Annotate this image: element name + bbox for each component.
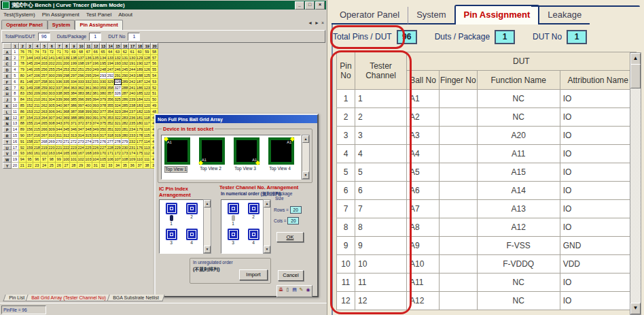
dialog-titlebar[interactable]: Non Full Pins Ball Grid Array [156, 115, 317, 123]
scroll-up-icon[interactable]: ▲ [630, 53, 641, 65]
grid-cell[interactable]: 35 [122, 163, 129, 169]
grid-cell[interactable]: 104 [92, 156, 100, 163]
grid-cell[interactable]: 198 [77, 61, 85, 67]
grid-cell[interactable]: 230 [122, 145, 129, 151]
cell-function-name[interactable]: A15 [477, 163, 560, 182]
grid-cell[interactable]: 137 [77, 55, 85, 61]
grid-cell[interactable]: 74 [33, 49, 41, 55]
cell-tester-channel[interactable]: 3 [355, 127, 407, 145]
grid-cell[interactable]: 299 [56, 73, 63, 79]
grid-cell[interactable]: 225 [85, 145, 92, 151]
grid-cell[interactable]: 181 [137, 115, 144, 121]
pin-index-chip[interactable]: 1 [161, 203, 181, 227]
tab-operator-panel[interactable]: Operator Panel [332, 7, 408, 24]
grid-cell[interactable]: 215 [33, 127, 41, 133]
grid-cell[interactable]: 386 [70, 103, 77, 109]
cell-attribution-name[interactable]: VDD [560, 255, 636, 273]
grid-cell[interactable]: 127 [143, 61, 151, 67]
grid-cell[interactable]: 266 [41, 127, 48, 133]
grid-cell[interactable]: 123 [143, 85, 151, 91]
grid-cell[interactable]: 361 [85, 85, 92, 91]
grid-cell[interactable]: 381 [92, 90, 100, 97]
tab-close-icon[interactable]: × [321, 20, 324, 25]
grid-cell[interactable]: 195 [100, 61, 107, 67]
cell-pin-no[interactable]: 3 [337, 127, 355, 145]
menu-item-test-system-[interactable]: Test(System) [3, 12, 35, 18]
grid-cell[interactable]: 68 [77, 49, 85, 55]
rows-input[interactable]: 20 [290, 206, 302, 214]
grid-cell[interactable]: 332 [85, 79, 92, 85]
pin-index-chip[interactable]: 2 [243, 203, 264, 220]
grid-cell[interactable]: 231 [129, 145, 137, 151]
grid-cell[interactable]: 274 [85, 139, 92, 145]
grid-cell[interactable]: 280 [122, 133, 129, 139]
grid-cell[interactable]: 199 [70, 61, 77, 67]
grid-cell[interactable]: 200 [63, 61, 71, 67]
grid-cell[interactable]: 139 [63, 55, 71, 61]
grid-cell[interactable]: 12 [12, 115, 19, 121]
grid-cell[interactable]: 288 [122, 85, 129, 91]
grid-cell[interactable]: 79 [19, 67, 26, 73]
grid-cell[interactable]: 352 [107, 120, 114, 127]
grid-cell[interactable]: 340 [56, 103, 63, 109]
grid-cell[interactable]: 169 [92, 150, 100, 156]
grid-cell[interactable]: 398 [77, 109, 85, 115]
grid-cell[interactable]: 26 [56, 163, 63, 169]
grid-cell[interactable]: 222 [63, 145, 71, 151]
grid-cell[interactable]: 234 [129, 127, 137, 133]
grid-cell[interactable]: 144 [26, 55, 34, 61]
cell-ball-no[interactable]: A11 [407, 273, 440, 292]
grid-cell[interactable]: 319 [114, 133, 122, 139]
grid-cell[interactable]: 84 [19, 97, 26, 103]
menu-item-test-panel[interactable]: Test Panel [86, 12, 111, 18]
cell-pin-no[interactable]: 2 [337, 108, 355, 127]
grid-cell[interactable]: 364 [63, 85, 71, 91]
cell-finger-no[interactable] [440, 237, 478, 255]
scrollbar-thumb[interactable] [630, 64, 641, 88]
grid-cell[interactable]: 212 [33, 109, 41, 115]
grid-cell[interactable]: 240 [129, 90, 137, 97]
grid-cell[interactable]: 392 [92, 109, 100, 115]
grid-cell[interactable]: 91 [19, 139, 26, 145]
grid-cell[interactable]: 161 [33, 150, 41, 156]
grid-cell[interactable]: 311 [56, 133, 63, 139]
top-view-thumbnail[interactable]: A1Top View 3 [234, 137, 257, 179]
pin-index-chip[interactable]: 4 [181, 229, 202, 246]
grid-cell[interactable]: 75 [26, 49, 34, 55]
cell-finger-no[interactable] [440, 90, 478, 108]
grid-cell[interactable]: 89 [19, 127, 26, 133]
grid-cell[interactable]: 268 [41, 139, 48, 145]
grid-cell[interactable]: 94 [19, 156, 26, 163]
scroll-up-icon[interactable]: ▲ [264, 200, 270, 208]
grid-cell[interactable]: 51 [151, 90, 158, 97]
grid-cell[interactable]: 307 [48, 115, 56, 121]
grid-cell[interactable]: 323 [114, 109, 122, 115]
scroll-up-icon[interactable]: ▲ [302, 135, 309, 143]
grid-cell[interactable]: 374 [92, 120, 100, 127]
top-view-label[interactable]: Top View 1 [164, 166, 187, 173]
grid-cell[interactable]: 333 [77, 79, 85, 85]
tab-scroll-right-icon[interactable]: ► [315, 20, 319, 25]
scroll-down-icon[interactable]: ▼ [302, 171, 309, 179]
menu-item-about[interactable]: About [118, 12, 132, 18]
grid-cell[interactable]: 377 [100, 109, 107, 115]
grid-cell[interactable]: 147 [26, 73, 34, 79]
grid-cell[interactable]: 18 [12, 150, 19, 156]
import-button[interactable]: Import [239, 269, 268, 280]
grid-cell[interactable]: 11 [12, 109, 19, 115]
grid-cell[interactable]: 372 [77, 120, 85, 127]
grid-cell[interactable]: 330 [100, 79, 107, 85]
grid-cell[interactable]: 365 [63, 90, 71, 97]
grid-cell[interactable]: 152 [26, 103, 34, 109]
grid-cell[interactable]: 119 [143, 109, 151, 115]
grid-cell[interactable]: 27 [63, 163, 71, 169]
grid-cell[interactable]: 328 [114, 79, 122, 85]
cell-pin-no[interactable]: 9 [337, 237, 355, 255]
grid-cell[interactable]: 125 [143, 73, 151, 79]
grid-cell[interactable]: 384 [70, 90, 77, 97]
grid-cell[interactable]: 355 [107, 103, 114, 109]
grid-cell[interactable]: 343 [56, 120, 63, 127]
cell-attribution-name[interactable]: IO [560, 108, 636, 127]
grid-cell[interactable]: 227 [100, 145, 107, 151]
cell-function-name[interactable]: A11 [477, 145, 560, 163]
